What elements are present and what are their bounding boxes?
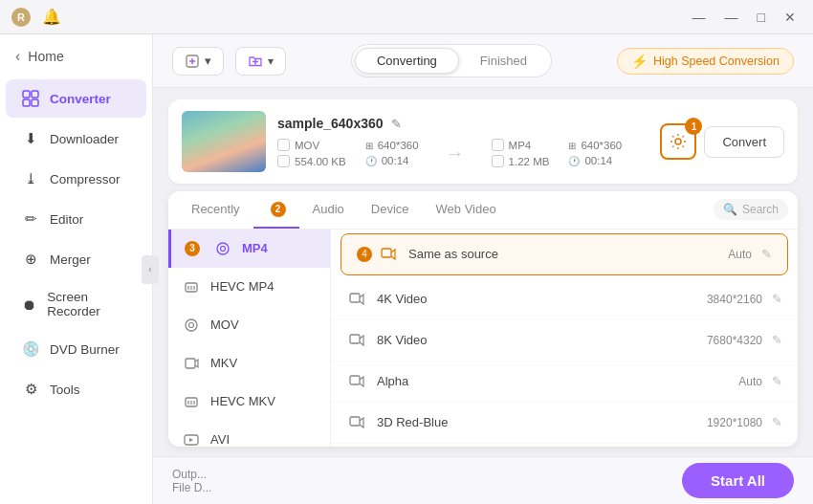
quality-item-3d-red-blue[interactable]: 3D Red-Blue 1920*1080 ✎	[331, 403, 798, 444]
source-size-item: 554.00 KB	[277, 155, 346, 167]
target-resolution-icon: ⊞	[568, 141, 576, 151]
target-duration-item: 🕐 00:14	[568, 155, 622, 166]
home-label: Home	[28, 49, 63, 64]
titlebar-left-icons: R 🔔	[11, 8, 61, 27]
3d-red-blue-res: 1920*1080	[707, 416, 762, 429]
convert-button[interactable]: Convert	[704, 126, 784, 158]
target-format: MP4	[509, 140, 532, 151]
downloader-icon: ⬇	[21, 129, 40, 148]
bottom-bar: Outp... File D... Start All	[153, 456, 813, 504]
tab-web-video[interactable]: Web Video	[423, 192, 510, 228]
format-item-mp4[interactable]: 3 MP4	[168, 230, 330, 268]
same-source-badge: 4	[357, 247, 372, 262]
file-edit-icon[interactable]: ✎	[391, 117, 402, 131]
add-folder-button[interactable]: ▾	[235, 47, 286, 76]
source-duration: 00:14	[382, 155, 409, 166]
sidebar-item-converter[interactable]: Converter	[6, 79, 146, 118]
bottom-info: Outp... File D...	[172, 468, 211, 494]
add-file-label: ▾	[205, 54, 211, 68]
toolbar-center: Converting Finished	[297, 44, 605, 77]
tools-icon: ⚙	[21, 380, 40, 399]
file-meta-row: MOV 554.00 KB ⊞ 640*360 🕐	[277, 139, 648, 167]
thumbnail-image	[182, 111, 266, 172]
svg-rect-21	[382, 249, 391, 257]
tab-device[interactable]: Device	[358, 192, 423, 228]
screen-recorder-label: Screen Recorder	[47, 290, 131, 318]
mp4-label: MP4	[242, 241, 268, 255]
mov-label: MOV	[210, 318, 239, 332]
format-item-hevc-mkv[interactable]: HEVC MKV	[168, 383, 330, 421]
quality-item-3d-left-right[interactable]: 3D Left-Right 1920*1080 ✎	[331, 444, 798, 447]
avi-icon	[182, 430, 201, 447]
mov-icon	[182, 316, 201, 335]
sidebar-item-merger[interactable]: ⊕ Merger	[6, 240, 146, 278]
format-item-hevc-mp4[interactable]: HEVC MP4	[168, 268, 330, 306]
target-resolution-item: ⊞ 640*360	[568, 140, 622, 151]
quality-item-8k[interactable]: 8K Video 7680*4320 ✎	[331, 320, 798, 362]
sidebar-item-editor[interactable]: ✏ Editor	[6, 200, 146, 238]
format-item-mov[interactable]: MOV	[168, 306, 330, 344]
restore-button[interactable]: □	[752, 8, 771, 27]
quality-item-4k[interactable]: 4K Video 3840*2160 ✎	[331, 279, 798, 320]
search-icon: 🔍	[723, 203, 737, 216]
svg-rect-23	[350, 335, 360, 343]
quality-item-alpha[interactable]: Alpha Auto ✎	[331, 362, 798, 403]
tab-audio[interactable]: Audio	[299, 192, 358, 228]
tab-finished[interactable]: Finished	[459, 48, 548, 74]
format-item-avi[interactable]: AVI	[168, 421, 330, 447]
3d-red-blue-icon	[346, 412, 367, 433]
bell-icon[interactable]: 🔔	[42, 8, 61, 26]
alpha-res: Auto	[738, 375, 762, 388]
format-panel: Recently 2 Audio Device Web Video 🔍 Sear…	[168, 191, 798, 447]
add-file-button[interactable]: ▾	[172, 47, 224, 76]
sidebar-item-downloader[interactable]: ⬇ Downloader	[6, 120, 146, 158]
file-dest-label: File D...	[172, 481, 211, 494]
alpha-edit-icon[interactable]: ✎	[772, 374, 782, 388]
quality-list: 4 Same as source Auto ✎	[331, 230, 798, 447]
sidebar-item-dvd-burner[interactable]: 💿 DVD Burner	[6, 330, 146, 368]
4k-edit-icon[interactable]: ✎	[772, 292, 782, 306]
minimize-button[interactable]: —	[687, 8, 712, 27]
3d-red-blue-edit-icon[interactable]: ✎	[772, 415, 782, 429]
format-search[interactable]: 🔍 Search	[714, 199, 788, 220]
start-all-button[interactable]: Start All	[682, 463, 794, 498]
format-panel-inner: 3 MP4	[168, 230, 798, 447]
home-nav[interactable]: ‹ Home	[0, 34, 152, 78]
editor-label: Editor	[50, 212, 83, 227]
sidebar-item-screen-recorder[interactable]: ⏺ Screen Recorder	[6, 280, 146, 328]
same-source-label: Same as source	[408, 247, 728, 261]
resolution-icon: ⊞	[365, 141, 373, 151]
video-tab-badge: 2	[271, 202, 286, 217]
format-tabs: Recently 2 Audio Device Web Video 🔍 Sear…	[168, 191, 798, 230]
tab-recently[interactable]: Recently	[178, 192, 253, 228]
maximize-button[interactable]: —	[719, 8, 744, 27]
format-item-mkv[interactable]: MKV	[168, 344, 330, 383]
conversion-arrow-icon: →	[438, 142, 472, 164]
close-button[interactable]: ✕	[779, 8, 802, 27]
sidebar-collapse-button[interactable]: ‹	[142, 255, 159, 284]
settings-badge: 1	[685, 118, 702, 135]
back-arrow-icon: ‹	[15, 48, 20, 65]
hevc-mkv-label: HEVC MKV	[210, 394, 275, 408]
sidebar-item-compressor[interactable]: ⤓ Compressor	[6, 160, 146, 198]
quality-item-same-source[interactable]: 4 Same as source Auto ✎	[341, 233, 788, 275]
convert-settings-button[interactable]: 1	[660, 123, 696, 160]
alpha-label: Alpha	[377, 374, 738, 388]
target-resolution: 640*360	[581, 140, 622, 151]
svg-rect-25	[350, 417, 360, 426]
sidebar-item-tools[interactable]: ⚙ Tools	[6, 370, 146, 408]
high-speed-button[interactable]: ⚡ High Speed Conversion	[617, 48, 794, 75]
tab-video[interactable]: 2	[253, 191, 299, 229]
svg-point-13	[186, 319, 197, 331]
target-meta-2: ⊞ 640*360 🕐 00:14	[568, 140, 622, 166]
screen-recorder-icon: ⏺	[21, 295, 37, 314]
window-controls: — — □ ✕	[687, 8, 802, 27]
tab-converting[interactable]: Converting	[355, 48, 459, 74]
same-source-edit-icon[interactable]: ✎	[761, 247, 772, 261]
sidebar: ‹ Home Converter ⬇ Downloader ⤓ Compress…	[0, 34, 153, 504]
user-avatar[interactable]: R	[11, 8, 31, 27]
same-source-icon	[378, 244, 399, 265]
target-duration-icon: 🕐	[568, 156, 580, 166]
8k-edit-icon[interactable]: ✎	[772, 333, 782, 347]
file-name-row: sample_640x360 ✎	[277, 116, 648, 131]
